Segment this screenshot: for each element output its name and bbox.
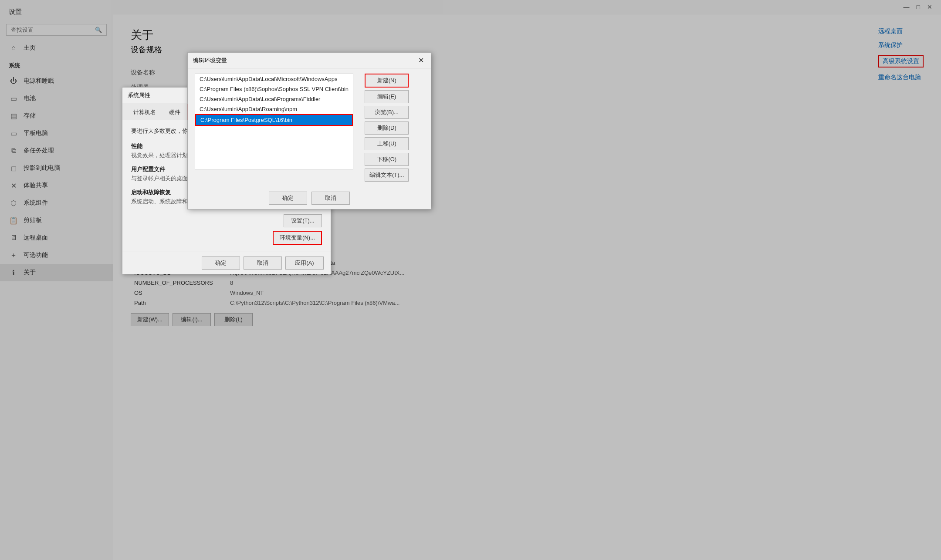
sys-props-title: 系统属性 xyxy=(128,91,150,99)
env-browse-button[interactable]: 浏览(B)... xyxy=(365,106,409,119)
env-edit-dialog: 编辑环境变量 ✕ C:\Users\lumin\AppData\Local\Mi… xyxy=(187,52,431,209)
env-edittext-button[interactable]: 编辑文本(T)... xyxy=(365,169,409,182)
overlay-backdrop xyxy=(0,0,941,560)
list-item[interactable]: C:\Users\lumin\AppData\Local\Programs\Fi… xyxy=(195,94,353,104)
list-item[interactable]: C:\Program Files (x86)\Sophos\Sophos SSL… xyxy=(195,84,353,94)
env-moveup-button[interactable]: 上移(U) xyxy=(365,137,409,150)
env-edit-buttons: 新建(N) 编辑(E) 浏览(B)... 删除(D) 上移(U) 下移(O) 编… xyxy=(360,68,413,187)
env-list: C:\Users\lumin\AppData\Local\Microsoft\W… xyxy=(195,74,353,169)
sys-props-ok[interactable]: 确定 xyxy=(202,256,240,270)
env-new-button[interactable]: 新建(N) xyxy=(365,74,409,88)
env-dialog-body: C:\Users\lumin\AppData\Local\Microsoft\W… xyxy=(188,68,431,187)
tab-hardware[interactable]: 硬件 xyxy=(162,105,187,120)
sys-props-footer: 确定 取消 应用(A) xyxy=(122,252,331,274)
sys-props-apply[interactable]: 应用(A) xyxy=(285,256,324,270)
list-item-selected[interactable]: C:\Program Files\PostgreSQL\16\bin xyxy=(195,114,353,126)
env-cancel-button[interactable]: 取消 xyxy=(311,192,350,205)
settings-btn-row: 设置(T)... xyxy=(131,214,322,227)
env-edit-button[interactable]: 编辑(E) xyxy=(365,90,409,103)
env-edit-footer: 确定 取消 xyxy=(188,187,431,209)
list-item[interactable]: C:\Users\lumin\AppData\Local\Microsoft\W… xyxy=(195,74,353,84)
env-ok-button[interactable]: 确定 xyxy=(269,192,307,205)
env-edit-titlebar: 编辑环境变量 ✕ xyxy=(188,53,431,68)
sys-props-cancel[interactable]: 取消 xyxy=(244,256,282,270)
env-movedown-button[interactable]: 下移(O) xyxy=(365,153,409,166)
env-edit-title: 编辑环境变量 xyxy=(193,57,227,64)
settings-button[interactable]: 设置(T)... xyxy=(284,214,322,227)
env-vars-button[interactable]: 环境变量(N)... xyxy=(273,231,322,245)
env-btn-row: 环境变量(N)... xyxy=(131,231,322,245)
env-delete-button[interactable]: 删除(D) xyxy=(365,121,409,135)
env-edit-close[interactable]: ✕ xyxy=(416,56,426,64)
list-item[interactable]: C:\Users\lumin\AppData\Roaming\npm xyxy=(195,104,353,114)
tab-computer-name[interactable]: 计算机名 xyxy=(127,105,162,120)
